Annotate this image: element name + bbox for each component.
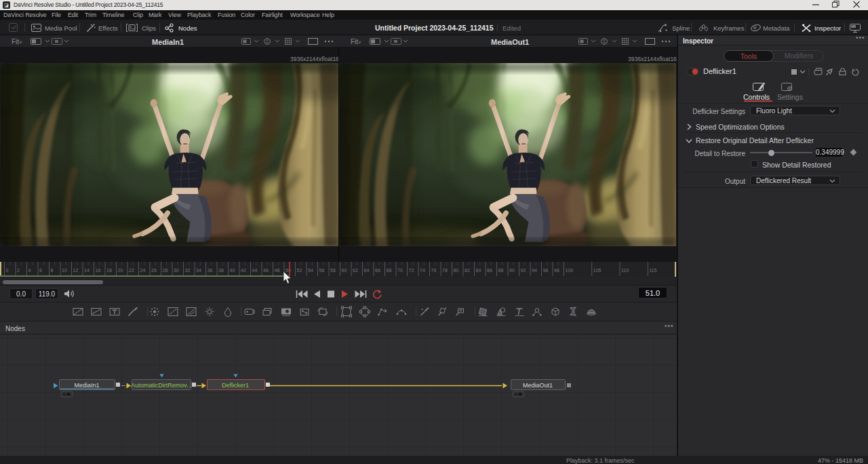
svg-text:44: 44 — [252, 268, 258, 273]
svg-text:68: 68 — [387, 268, 392, 273]
svg-text:70: 70 — [397, 268, 403, 273]
svg-text:12: 12 — [73, 268, 79, 273]
svg-text:74: 74 — [420, 268, 425, 273]
svg-text:96: 96 — [543, 268, 549, 273]
svg-text:86: 86 — [487, 268, 492, 273]
svg-text:MediaOut1: MediaOut1 — [523, 382, 553, 389]
svg-text:56: 56 — [319, 268, 325, 273]
svg-text:34: 34 — [196, 268, 201, 273]
svg-text:AutomaticDirtRemov...: AutomaticDirtRemov... — [131, 382, 191, 389]
svg-text:MediaIn1: MediaIn1 — [74, 382, 99, 389]
svg-text:30: 30 — [174, 268, 179, 273]
svg-text:8: 8 — [51, 268, 54, 273]
svg-text:6: 6 — [39, 268, 42, 273]
svg-text:60: 60 — [342, 268, 347, 273]
svg-text:62: 62 — [353, 268, 358, 273]
svg-text:18: 18 — [106, 268, 112, 273]
svg-text:28: 28 — [163, 268, 168, 273]
svg-text:105: 105 — [593, 268, 601, 273]
svg-text:90: 90 — [509, 268, 515, 273]
svg-text:58: 58 — [330, 268, 336, 273]
svg-text:10: 10 — [62, 268, 67, 273]
svg-text:26: 26 — [151, 268, 157, 273]
svg-text:115: 115 — [649, 268, 656, 273]
svg-text:20: 20 — [118, 268, 123, 273]
svg-text:54: 54 — [308, 268, 313, 273]
svg-text:38: 38 — [218, 268, 224, 273]
svg-text:82: 82 — [465, 268, 470, 273]
svg-text:48: 48 — [275, 268, 280, 273]
svg-text:92: 92 — [521, 268, 526, 273]
svg-text:52: 52 — [297, 268, 302, 273]
svg-text:2: 2 — [17, 268, 20, 273]
svg-text:0: 0 — [6, 268, 9, 273]
svg-text:98: 98 — [554, 268, 559, 273]
svg-text:76: 76 — [431, 268, 437, 273]
svg-text:40: 40 — [230, 268, 235, 273]
svg-text:72: 72 — [409, 268, 414, 273]
svg-text:80: 80 — [454, 268, 459, 273]
svg-text:Deflicker1: Deflicker1 — [222, 382, 249, 389]
svg-text:32: 32 — [185, 268, 191, 273]
svg-text:110: 110 — [621, 268, 629, 273]
svg-text:16: 16 — [96, 268, 101, 273]
svg-text:42: 42 — [241, 268, 246, 273]
svg-text:88: 88 — [498, 268, 504, 273]
svg-text:46: 46 — [263, 268, 269, 273]
svg-text:36: 36 — [208, 268, 213, 273]
svg-text:24: 24 — [140, 268, 146, 273]
svg-text:14: 14 — [84, 268, 90, 273]
svg-text:78: 78 — [442, 268, 448, 273]
svg-text:4: 4 — [28, 268, 31, 273]
svg-text:66: 66 — [375, 268, 380, 273]
svg-text:94: 94 — [532, 268, 537, 273]
svg-text:100: 100 — [566, 268, 574, 273]
svg-text:22: 22 — [129, 268, 134, 273]
svg-text:84: 84 — [476, 268, 481, 273]
svg-text:64: 64 — [364, 268, 370, 273]
